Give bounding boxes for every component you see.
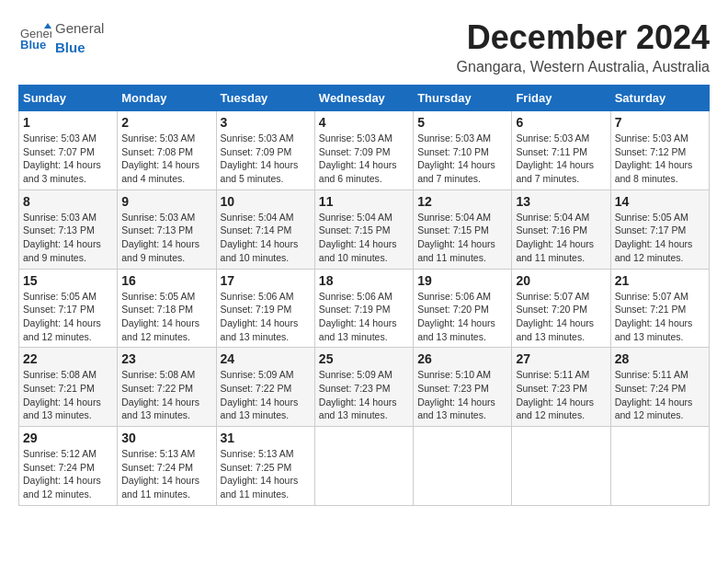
calendar-cell: 31Sunrise: 5:13 AMSunset: 7:25 PMDayligh… [216, 427, 314, 506]
calendar-cell: 26Sunrise: 5:10 AMSunset: 7:23 PMDayligh… [414, 348, 512, 427]
title-area: December 2024 Gnangara, Western Australi… [457, 18, 710, 75]
calendar-cell: 20Sunrise: 5:07 AMSunset: 7:20 PMDayligh… [512, 269, 610, 348]
logo: General Blue General Blue [18, 18, 104, 57]
calendar-header-row: SundayMondayTuesdayWednesdayThursdayFrid… [19, 86, 710, 111]
day-number: 27 [516, 351, 606, 366]
calendar-cell: 7Sunrise: 5:03 AMSunset: 7:12 PMDaylight… [610, 111, 709, 190]
calendar-cell: 22Sunrise: 5:08 AMSunset: 7:21 PMDayligh… [19, 348, 118, 427]
day-header-wednesday: Wednesday [314, 86, 413, 111]
day-number: 5 [417, 115, 507, 130]
calendar-cell: 28Sunrise: 5:11 AMSunset: 7:24 PMDayligh… [610, 348, 709, 427]
calendar-table: SundayMondayTuesdayWednesdayThursdayFrid… [18, 85, 710, 506]
week-row-4: 22Sunrise: 5:08 AMSunset: 7:21 PMDayligh… [19, 348, 710, 427]
day-info: Sunrise: 5:04 AMSunset: 7:15 PMDaylight:… [417, 211, 507, 265]
day-number: 20 [516, 273, 606, 288]
calendar-cell: 6Sunrise: 5:03 AMSunset: 7:11 PMDaylight… [512, 111, 610, 190]
calendar-cell: 1Sunrise: 5:03 AMSunset: 7:07 PMDaylight… [19, 111, 118, 190]
calendar-cell: 4Sunrise: 5:03 AMSunset: 7:09 PMDaylight… [314, 111, 413, 190]
day-number: 31 [221, 431, 311, 445]
day-info: Sunrise: 5:05 AMSunset: 7:17 PMDaylight:… [615, 211, 705, 265]
svg-marker-2 [44, 23, 51, 29]
day-info: Sunrise: 5:04 AMSunset: 7:15 PMDaylight:… [319, 211, 409, 265]
week-row-1: 1Sunrise: 5:03 AMSunset: 7:07 PMDaylight… [19, 111, 710, 190]
logo-icon: General Blue [18, 21, 51, 54]
day-info: Sunrise: 5:11 AMSunset: 7:24 PMDaylight:… [615, 368, 705, 422]
day-number: 12 [417, 194, 507, 209]
day-number: 11 [319, 194, 409, 209]
calendar-cell: 30Sunrise: 5:13 AMSunset: 7:24 PMDayligh… [118, 427, 216, 506]
day-info: Sunrise: 5:11 AMSunset: 7:23 PMDaylight:… [516, 368, 606, 422]
day-info: Sunrise: 5:08 AMSunset: 7:21 PMDaylight:… [23, 368, 113, 422]
day-info: Sunrise: 5:04 AMSunset: 7:16 PMDaylight:… [516, 211, 606, 265]
day-number: 18 [319, 273, 409, 288]
month-title: December 2024 [457, 18, 710, 57]
calendar-cell: 9Sunrise: 5:03 AMSunset: 7:13 PMDaylight… [118, 190, 216, 269]
day-info: Sunrise: 5:06 AMSunset: 7:19 PMDaylight:… [319, 290, 409, 344]
day-info: Sunrise: 5:03 AMSunset: 7:11 PMDaylight:… [516, 132, 606, 186]
calendar-cell: 23Sunrise: 5:08 AMSunset: 7:22 PMDayligh… [118, 348, 216, 427]
day-info: Sunrise: 5:03 AMSunset: 7:09 PMDaylight:… [221, 132, 311, 186]
day-info: Sunrise: 5:07 AMSunset: 7:20 PMDaylight:… [516, 290, 606, 344]
svg-text:Blue: Blue [20, 38, 46, 52]
day-number: 13 [516, 194, 606, 209]
day-info: Sunrise: 5:06 AMSunset: 7:19 PMDaylight:… [221, 290, 311, 344]
day-number: 14 [615, 194, 705, 209]
day-number: 17 [221, 273, 311, 288]
calendar-cell: 17Sunrise: 5:06 AMSunset: 7:19 PMDayligh… [216, 269, 314, 348]
calendar-cell: 3Sunrise: 5:03 AMSunset: 7:09 PMDaylight… [216, 111, 314, 190]
day-info: Sunrise: 5:04 AMSunset: 7:14 PMDaylight:… [221, 211, 311, 265]
logo-general-text: General [55, 20, 104, 36]
calendar-cell: 19Sunrise: 5:06 AMSunset: 7:20 PMDayligh… [414, 269, 512, 348]
day-number: 9 [121, 194, 211, 209]
logo-blue-text: Blue [55, 40, 85, 55]
day-info: Sunrise: 5:03 AMSunset: 7:12 PMDaylight:… [615, 132, 705, 186]
calendar-cell: 18Sunrise: 5:06 AMSunset: 7:19 PMDayligh… [314, 269, 413, 348]
calendar-cell [512, 427, 610, 506]
calendar-cell: 15Sunrise: 5:05 AMSunset: 7:17 PMDayligh… [19, 269, 118, 348]
calendar-cell: 29Sunrise: 5:12 AMSunset: 7:24 PMDayligh… [19, 427, 118, 506]
calendar-cell: 8Sunrise: 5:03 AMSunset: 7:13 PMDaylight… [19, 190, 118, 269]
day-info: Sunrise: 5:12 AMSunset: 7:24 PMDaylight:… [23, 447, 113, 501]
calendar-body: 1Sunrise: 5:03 AMSunset: 7:07 PMDaylight… [19, 111, 710, 506]
day-number: 6 [516, 115, 606, 130]
calendar-cell: 10Sunrise: 5:04 AMSunset: 7:14 PMDayligh… [216, 190, 314, 269]
calendar-cell: 5Sunrise: 5:03 AMSunset: 7:10 PMDaylight… [414, 111, 512, 190]
location-title: Gnangara, Western Australia, Australia [457, 59, 710, 75]
day-number: 2 [121, 115, 211, 130]
day-header-thursday: Thursday [414, 86, 512, 111]
day-number: 3 [221, 115, 311, 130]
calendar-cell: 12Sunrise: 5:04 AMSunset: 7:15 PMDayligh… [414, 190, 512, 269]
day-number: 1 [23, 115, 113, 130]
calendar-cell: 21Sunrise: 5:07 AMSunset: 7:21 PMDayligh… [610, 269, 709, 348]
day-number: 22 [23, 351, 113, 366]
day-header-saturday: Saturday [610, 86, 709, 111]
calendar-cell: 14Sunrise: 5:05 AMSunset: 7:17 PMDayligh… [610, 190, 709, 269]
day-number: 26 [417, 351, 507, 366]
day-number: 25 [319, 351, 409, 366]
day-info: Sunrise: 5:03 AMSunset: 7:13 PMDaylight:… [121, 211, 211, 265]
day-number: 7 [615, 115, 705, 130]
day-header-tuesday: Tuesday [216, 86, 314, 111]
day-info: Sunrise: 5:09 AMSunset: 7:23 PMDaylight:… [319, 368, 409, 422]
calendar-cell: 2Sunrise: 5:03 AMSunset: 7:08 PMDaylight… [118, 111, 216, 190]
calendar-cell: 11Sunrise: 5:04 AMSunset: 7:15 PMDayligh… [314, 190, 413, 269]
day-info: Sunrise: 5:03 AMSunset: 7:10 PMDaylight:… [417, 132, 507, 186]
day-number: 23 [121, 351, 211, 366]
day-header-sunday: Sunday [19, 86, 118, 111]
day-number: 19 [417, 273, 507, 288]
day-number: 29 [23, 431, 113, 445]
day-number: 10 [221, 194, 311, 209]
calendar-cell [314, 427, 413, 506]
calendar-cell: 25Sunrise: 5:09 AMSunset: 7:23 PMDayligh… [314, 348, 413, 427]
day-info: Sunrise: 5:10 AMSunset: 7:23 PMDaylight:… [417, 368, 507, 422]
day-number: 8 [23, 194, 113, 209]
day-info: Sunrise: 5:03 AMSunset: 7:13 PMDaylight:… [23, 211, 113, 265]
day-number: 16 [121, 273, 211, 288]
calendar-cell: 16Sunrise: 5:05 AMSunset: 7:18 PMDayligh… [118, 269, 216, 348]
day-info: Sunrise: 5:03 AMSunset: 7:07 PMDaylight:… [23, 132, 113, 186]
day-header-friday: Friday [512, 86, 610, 111]
day-info: Sunrise: 5:06 AMSunset: 7:20 PMDaylight:… [417, 290, 507, 344]
calendar-cell: 27Sunrise: 5:11 AMSunset: 7:23 PMDayligh… [512, 348, 610, 427]
day-info: Sunrise: 5:07 AMSunset: 7:21 PMDaylight:… [615, 290, 705, 344]
day-info: Sunrise: 5:13 AMSunset: 7:24 PMDaylight:… [121, 447, 211, 501]
